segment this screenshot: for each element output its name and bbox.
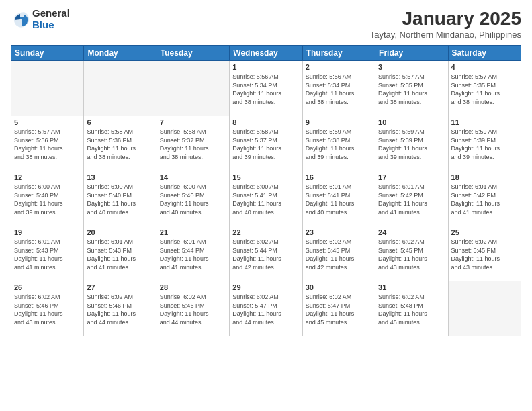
day-number: 11	[451, 118, 518, 126]
table-row: 26Sunrise: 6:02 AM Sunset: 5:46 PM Dayli…	[11, 281, 84, 336]
logo-icon	[11, 9, 31, 30]
day-info: Sunrise: 6:02 AM Sunset: 5:46 PM Dayligh…	[160, 293, 226, 326]
table-row: 10Sunrise: 5:59 AM Sunset: 5:39 PM Dayli…	[375, 116, 448, 171]
day-info: Sunrise: 6:01 AM Sunset: 5:42 PM Dayligh…	[451, 183, 518, 216]
day-info: Sunrise: 6:00 AM Sunset: 5:40 PM Dayligh…	[14, 183, 81, 216]
header-wednesday: Wednesday	[230, 46, 302, 61]
day-info: Sunrise: 5:59 AM Sunset: 5:39 PM Dayligh…	[378, 128, 445, 161]
day-info: Sunrise: 6:00 AM Sunset: 5:41 PM Dayligh…	[232, 183, 299, 216]
table-row: 20Sunrise: 6:01 AM Sunset: 5:43 PM Dayli…	[84, 226, 157, 281]
day-info: Sunrise: 6:02 AM Sunset: 5:46 PM Dayligh…	[87, 293, 153, 326]
header: General Blue January 2025 Taytay, Northe…	[11, 8, 521, 40]
table-row: 29Sunrise: 6:02 AM Sunset: 5:47 PM Dayli…	[230, 281, 302, 336]
day-number: 1	[232, 63, 299, 71]
day-number: 19	[14, 228, 81, 236]
table-row: 21Sunrise: 6:01 AM Sunset: 5:44 PM Dayli…	[157, 226, 229, 281]
day-number: 10	[378, 118, 445, 126]
calendar-week-row: 5Sunrise: 5:57 AM Sunset: 5:36 PM Daylig…	[11, 116, 521, 171]
day-info: Sunrise: 6:00 AM Sunset: 5:40 PM Dayligh…	[87, 183, 153, 216]
calendar-week-row: 1Sunrise: 5:56 AM Sunset: 5:34 PM Daylig…	[11, 61, 521, 116]
day-info: Sunrise: 6:01 AM Sunset: 5:42 PM Dayligh…	[378, 183, 445, 216]
table-row: 19Sunrise: 6:01 AM Sunset: 5:43 PM Dayli…	[11, 226, 84, 281]
day-number: 24	[378, 228, 445, 236]
table-row: 31Sunrise: 6:02 AM Sunset: 5:48 PM Dayli…	[375, 281, 448, 336]
day-info: Sunrise: 6:02 AM Sunset: 5:45 PM Dayligh…	[378, 238, 445, 271]
day-number: 8	[232, 118, 299, 126]
day-number: 15	[232, 173, 299, 181]
title-area: January 2025 Taytay, Northern Mindanao, …	[370, 8, 521, 40]
table-row	[11, 61, 84, 116]
day-number: 13	[87, 173, 153, 181]
table-row: 23Sunrise: 6:02 AM Sunset: 5:45 PM Dayli…	[302, 226, 375, 281]
table-row: 9Sunrise: 5:59 AM Sunset: 5:38 PM Daylig…	[302, 116, 375, 171]
day-info: Sunrise: 6:02 AM Sunset: 5:45 PM Dayligh…	[451, 238, 518, 271]
day-info: Sunrise: 5:58 AM Sunset: 5:37 PM Dayligh…	[160, 128, 226, 161]
table-row: 27Sunrise: 6:02 AM Sunset: 5:46 PM Dayli…	[84, 281, 157, 336]
weekday-header-row: Sunday Monday Tuesday Wednesday Thursday…	[11, 46, 521, 61]
table-row	[448, 281, 521, 336]
table-row: 2Sunrise: 5:56 AM Sunset: 5:34 PM Daylig…	[302, 61, 375, 116]
table-row: 17Sunrise: 6:01 AM Sunset: 5:42 PM Dayli…	[375, 171, 448, 226]
location: Taytay, Northern Mindanao, Philippines	[370, 30, 521, 40]
table-row: 6Sunrise: 5:58 AM Sunset: 5:36 PM Daylig…	[84, 116, 157, 171]
day-number: 4	[451, 63, 518, 71]
table-row: 28Sunrise: 6:02 AM Sunset: 5:46 PM Dayli…	[157, 281, 229, 336]
table-row: 30Sunrise: 6:02 AM Sunset: 5:47 PM Dayli…	[302, 281, 375, 336]
header-friday: Friday	[375, 46, 448, 61]
day-info: Sunrise: 5:57 AM Sunset: 5:36 PM Dayligh…	[14, 128, 81, 161]
calendar-week-row: 12Sunrise: 6:00 AM Sunset: 5:40 PM Dayli…	[11, 171, 521, 226]
day-info: Sunrise: 6:01 AM Sunset: 5:43 PM Dayligh…	[14, 238, 81, 271]
table-row: 11Sunrise: 5:59 AM Sunset: 5:39 PM Dayli…	[448, 116, 521, 171]
day-number: 28	[160, 283, 226, 291]
day-number: 22	[232, 228, 299, 236]
table-row: 25Sunrise: 6:02 AM Sunset: 5:45 PM Dayli…	[448, 226, 521, 281]
day-number: 31	[378, 283, 445, 291]
day-info: Sunrise: 6:02 AM Sunset: 5:46 PM Dayligh…	[14, 293, 81, 326]
day-info: Sunrise: 5:58 AM Sunset: 5:37 PM Dayligh…	[232, 128, 299, 161]
day-info: Sunrise: 5:57 AM Sunset: 5:35 PM Dayligh…	[378, 73, 445, 106]
table-row: 4Sunrise: 5:57 AM Sunset: 5:35 PM Daylig…	[448, 61, 521, 116]
day-info: Sunrise: 6:02 AM Sunset: 5:47 PM Dayligh…	[306, 293, 372, 326]
day-number: 5	[14, 118, 81, 126]
table-row: 18Sunrise: 6:01 AM Sunset: 5:42 PM Dayli…	[448, 171, 521, 226]
day-number: 9	[306, 118, 372, 126]
day-number: 23	[306, 228, 372, 236]
day-number: 29	[232, 283, 299, 291]
day-number: 26	[14, 283, 81, 291]
day-info: Sunrise: 5:59 AM Sunset: 5:38 PM Dayligh…	[306, 128, 372, 161]
logo-general-text: General	[32, 8, 70, 19]
logo-blue-text: Blue	[32, 19, 70, 31]
header-monday: Monday	[84, 46, 157, 61]
table-row: 14Sunrise: 6:00 AM Sunset: 5:40 PM Dayli…	[157, 171, 229, 226]
day-info: Sunrise: 5:57 AM Sunset: 5:35 PM Dayligh…	[451, 73, 518, 106]
table-row: 16Sunrise: 6:01 AM Sunset: 5:41 PM Dayli…	[302, 171, 375, 226]
page: General Blue January 2025 Taytay, Northe…	[0, 0, 532, 411]
day-info: Sunrise: 6:01 AM Sunset: 5:44 PM Dayligh…	[160, 238, 226, 271]
day-number: 18	[451, 173, 518, 181]
day-number: 27	[87, 283, 153, 291]
day-number: 16	[306, 173, 372, 181]
header-saturday: Saturday	[448, 46, 521, 61]
table-row: 15Sunrise: 6:00 AM Sunset: 5:41 PM Dayli…	[230, 171, 302, 226]
table-row: 12Sunrise: 6:00 AM Sunset: 5:40 PM Dayli…	[11, 171, 84, 226]
day-info: Sunrise: 5:56 AM Sunset: 5:34 PM Dayligh…	[232, 73, 299, 106]
calendar-week-row: 26Sunrise: 6:02 AM Sunset: 5:46 PM Dayli…	[11, 281, 521, 336]
day-info: Sunrise: 6:02 AM Sunset: 5:48 PM Dayligh…	[378, 293, 445, 326]
table-row: 13Sunrise: 6:00 AM Sunset: 5:40 PM Dayli…	[84, 171, 157, 226]
day-number: 20	[87, 228, 153, 236]
day-number: 2	[306, 63, 372, 71]
day-number: 30	[306, 283, 372, 291]
day-info: Sunrise: 6:01 AM Sunset: 5:41 PM Dayligh…	[306, 183, 372, 216]
day-number: 12	[14, 173, 81, 181]
header-thursday: Thursday	[302, 46, 375, 61]
calendar-week-row: 19Sunrise: 6:01 AM Sunset: 5:43 PM Dayli…	[11, 226, 521, 281]
day-number: 17	[378, 173, 445, 181]
day-number: 25	[451, 228, 518, 236]
table-row: 22Sunrise: 6:02 AM Sunset: 5:44 PM Dayli…	[230, 226, 302, 281]
header-tuesday: Tuesday	[157, 46, 229, 61]
table-row: 5Sunrise: 5:57 AM Sunset: 5:36 PM Daylig…	[11, 116, 84, 171]
day-info: Sunrise: 5:56 AM Sunset: 5:34 PM Dayligh…	[306, 73, 372, 106]
logo: General Blue	[11, 8, 70, 30]
table-row: 7Sunrise: 5:58 AM Sunset: 5:37 PM Daylig…	[157, 116, 229, 171]
day-number: 21	[160, 228, 226, 236]
